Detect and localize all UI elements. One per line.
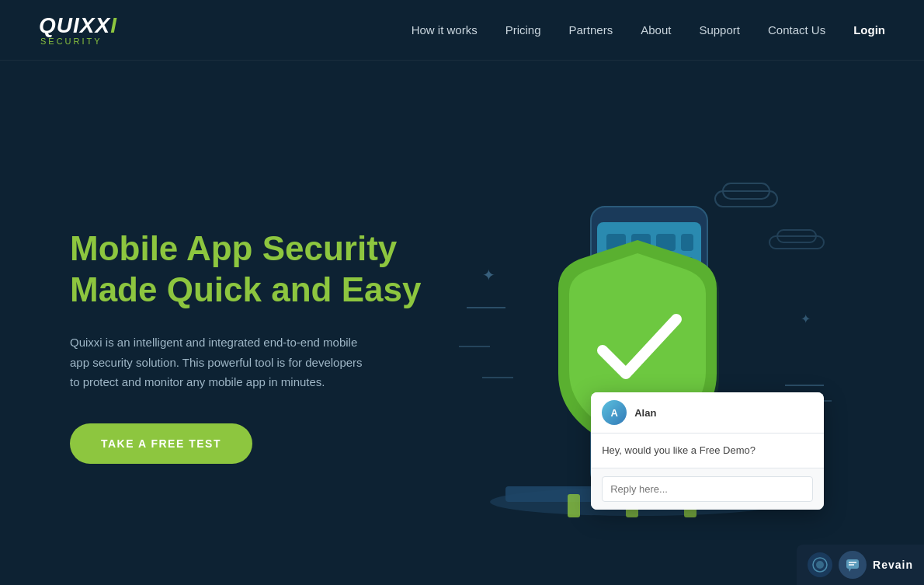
- nav-item-how-it-works[interactable]: How it works: [412, 23, 478, 37]
- phone-scene: ✦ ✦: [443, 152, 847, 541]
- chat-message: Hey, would you like a Free Demo?: [591, 434, 824, 468]
- nav-item-login[interactable]: Login: [853, 23, 885, 37]
- logo-security-label: Security: [40, 37, 102, 46]
- chat-widget: A Alan Hey, would you like a Free Demo?: [591, 392, 824, 510]
- svg-rect-14: [568, 494, 580, 517]
- svg-rect-30: [681, 234, 693, 251]
- svg-point-44: [816, 561, 824, 569]
- nav-item-about[interactable]: About: [641, 23, 671, 37]
- svg-text:✦: ✦: [801, 312, 811, 326]
- chat-header: A Alan: [591, 392, 824, 434]
- svg-marker-46: [849, 569, 851, 572]
- svg-text:✦: ✦: [482, 266, 495, 284]
- chat-agent-name: Alan: [634, 407, 656, 419]
- hero-illustration: ✦ ✦: [421, 107, 870, 585]
- hero-description: Quixxi is an intelligent and integrated …: [70, 333, 365, 392]
- logo[interactable]: QUIXXI Security: [39, 15, 117, 46]
- nav-links: How it works Pricing Partners About Supp…: [412, 23, 885, 37]
- chat-avatar: A: [602, 400, 627, 425]
- svg-rect-45: [846, 559, 859, 569]
- chat-reply-input[interactable]: [602, 476, 813, 502]
- nav-item-support[interactable]: Support: [699, 23, 740, 37]
- revain-label: Revain: [873, 559, 913, 571]
- nav-item-partners[interactable]: Partners: [569, 23, 613, 37]
- revain-logo-icon: [808, 552, 832, 577]
- revain-widget[interactable]: Revain: [797, 545, 924, 585]
- hero-text: Mobile App Security Made Quick and Easy …: [70, 228, 421, 463]
- cta-free-test-button[interactable]: TAKE A FREE TEST: [70, 423, 252, 464]
- nav-item-contact-us[interactable]: Contact Us: [768, 23, 825, 37]
- chat-bubble-icon[interactable]: [839, 551, 867, 579]
- nav-item-pricing[interactable]: Pricing: [505, 23, 541, 37]
- chat-input-area: [591, 468, 824, 510]
- navbar: QUIXXI Security How it works Pricing Par…: [0, 0, 924, 61]
- hero-title: Mobile App Security Made Quick and Easy: [70, 228, 421, 311]
- hero-section: Mobile App Security Made Quick and Easy …: [0, 61, 924, 585]
